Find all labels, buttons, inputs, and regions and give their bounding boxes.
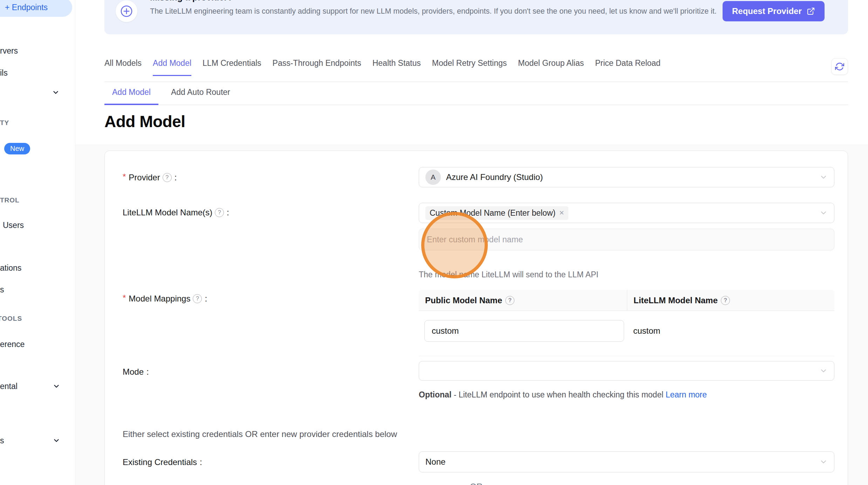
label-colon: : <box>205 293 207 304</box>
sidebar-item-details[interactable]: ils <box>0 67 8 79</box>
main-content: Missing a provider? The LiteLLM engineer… <box>75 0 868 485</box>
selected-model-tag-label: Custom Model Name (Enter below) <box>430 208 555 218</box>
model-mappings-label-text: Model Mappings <box>129 293 190 304</box>
question-circle-icon[interactable]: ? <box>193 294 202 303</box>
existing-credentials-label: Existing Credentials : <box>123 457 202 468</box>
chevron-down-icon <box>819 173 828 181</box>
chevron-down-icon <box>52 89 60 96</box>
sidebar-item-users[interactable]: Users <box>3 219 24 231</box>
mode-helper-bold: Optional <box>419 390 451 399</box>
existing-credentials-label-text: Existing Credentials <box>123 457 197 468</box>
model-mappings-row: custom <box>419 311 834 356</box>
sidebar-item-experimental[interactable]: ental <box>0 380 18 392</box>
learn-more-link[interactable]: Learn more <box>665 390 707 399</box>
mode-helper-text: - LiteLLM endpoint to use when health ch… <box>451 390 665 399</box>
sidebar: + Endpoints rvers ils TY New TROL Users … <box>0 0 75 485</box>
model-mappings-label: * Model Mappings ? : <box>123 293 207 304</box>
provider-label-text: Provider <box>129 172 160 183</box>
request-provider-button[interactable]: Request Provider <box>723 1 825 21</box>
required-mark: * <box>123 292 126 304</box>
model-mappings-table: Public Model Name ? LiteLLM Model Name ?… <box>419 290 834 356</box>
mode-helper: Optional - LiteLLM endpoint to use when … <box>419 388 712 402</box>
tab-price-data-reload[interactable]: Price Data Reload <box>595 57 661 69</box>
sidebar-section-tools: TOOLS <box>0 313 22 324</box>
sidebar-item-s2[interactable]: s <box>0 435 4 446</box>
litellm-admin-app: + Endpoints rvers ils TY New TROL Users … <box>0 0 868 485</box>
sidebar-section-trol: TROL <box>0 195 20 206</box>
tab-model-retry-settings[interactable]: Model Retry Settings <box>432 57 507 69</box>
chevron-down-icon <box>53 437 60 444</box>
subtab-add-model[interactable]: Add Model <box>104 86 158 98</box>
existing-credentials-select[interactable]: None <box>419 451 834 472</box>
request-provider-label: Request Provider <box>732 6 802 16</box>
mode-label: Mode : <box>123 366 149 377</box>
required-mark: * <box>123 171 126 182</box>
model-hub-tabs: All Models Add Model LLM Credentials Pas… <box>104 57 848 82</box>
sidebar-item-endpoints-label: + Endpoints <box>5 3 48 12</box>
sidebar-section-ty: TY <box>0 118 9 128</box>
sidebar-item-servers[interactable]: rvers <box>0 45 18 57</box>
chevron-down-icon <box>819 458 828 466</box>
label-colon: : <box>227 207 229 218</box>
question-circle-icon[interactable]: ? <box>721 296 730 305</box>
plus-circle-icon <box>116 0 137 22</box>
column-litellm-model-name: LiteLLM Model Name ? <box>627 290 834 311</box>
tab-all-models[interactable]: All Models <box>104 57 142 69</box>
tab-add-model[interactable]: Add Model <box>153 57 191 69</box>
model-name-helper: The model name LiteLLM will send to the … <box>419 270 599 279</box>
provider-select[interactable]: A Azure AI Foundry (Studio) <box>419 167 834 187</box>
column-litellm-model-name-text: LiteLLM Model Name <box>634 296 718 305</box>
tab-model-group-alias[interactable]: Model Group Alias <box>518 57 584 69</box>
model-names-label-text: LiteLLM Model Name(s) <box>123 207 212 218</box>
add-model-form-card: * Provider ? : A Azure AI Foundry (Studi… <box>104 151 848 485</box>
question-circle-icon[interactable]: ? <box>163 173 172 182</box>
banner-description: The LiteLLM engineering team is constant… <box>150 6 718 17</box>
selected-model-tag: Custom Model Name (Enter below) ✕ <box>425 206 568 220</box>
add-model-subtabs: Add Model Add Auto Router <box>104 86 848 105</box>
banner-title: Missing a provider? <box>150 0 233 2</box>
tab-pass-through-endpoints[interactable]: Pass-Through Endpoints <box>273 57 361 69</box>
litellm-model-name-value: custom <box>627 326 660 336</box>
sidebar-item-reference[interactable]: erence <box>0 338 25 350</box>
question-circle-icon[interactable]: ? <box>505 296 514 305</box>
provider-label: * Provider ? : <box>123 172 177 183</box>
sidebar-group-collapse[interactable] <box>52 89 60 96</box>
custom-model-name-input[interactable] <box>419 229 834 250</box>
label-colon: : <box>175 172 177 183</box>
missing-provider-banner: Missing a provider? The LiteLLM engineer… <box>104 0 848 34</box>
refresh-button[interactable] <box>831 58 848 75</box>
public-model-name-input[interactable] <box>424 320 624 342</box>
credentials-note: Either select existing credentials OR en… <box>123 429 397 439</box>
label-colon: : <box>146 366 149 377</box>
tab-llm-credentials[interactable]: LLM Credentials <box>203 57 261 69</box>
sidebar-item-s1[interactable]: s <box>0 284 4 296</box>
chevron-down-icon <box>819 209 828 217</box>
column-public-model-name: Public Model Name ? <box>419 290 627 311</box>
chevron-down-icon <box>53 382 60 390</box>
subtab-add-auto-router[interactable]: Add Auto Router <box>163 86 238 98</box>
model-names-select[interactable]: Custom Model Name (Enter below) ✕ <box>419 203 834 223</box>
sidebar-item-organizations[interactable]: ations <box>0 262 21 274</box>
provider-select-value: Azure AI Foundry (Studio) <box>446 172 543 182</box>
page-title: Add Model <box>104 112 185 131</box>
sidebar-experimental-collapse[interactable] <box>53 382 60 390</box>
chevron-down-icon <box>819 367 828 375</box>
model-names-label: LiteLLM Model Name(s) ? : <box>123 207 229 218</box>
or-divider: OR <box>105 482 848 485</box>
model-mappings-header: Public Model Name ? LiteLLM Model Name ? <box>419 290 834 311</box>
external-link-icon <box>807 7 815 15</box>
tab-health-status[interactable]: Health Status <box>373 57 421 69</box>
sidebar-item-endpoints[interactable]: + Endpoints <box>0 0 72 17</box>
provider-avatar: A <box>425 169 441 185</box>
question-circle-icon[interactable]: ? <box>215 208 224 217</box>
sidebar-settings-collapse[interactable] <box>53 437 60 444</box>
new-badge: New <box>4 143 30 154</box>
public-model-name-cell <box>419 320 627 342</box>
column-public-model-name-text: Public Model Name <box>425 296 502 305</box>
mode-select[interactable] <box>419 361 834 381</box>
close-icon[interactable]: ✕ <box>559 210 564 216</box>
mode-label-text: Mode <box>123 366 144 377</box>
refresh-icon <box>835 62 844 71</box>
label-colon: : <box>200 457 202 468</box>
existing-credentials-value: None <box>425 457 445 467</box>
